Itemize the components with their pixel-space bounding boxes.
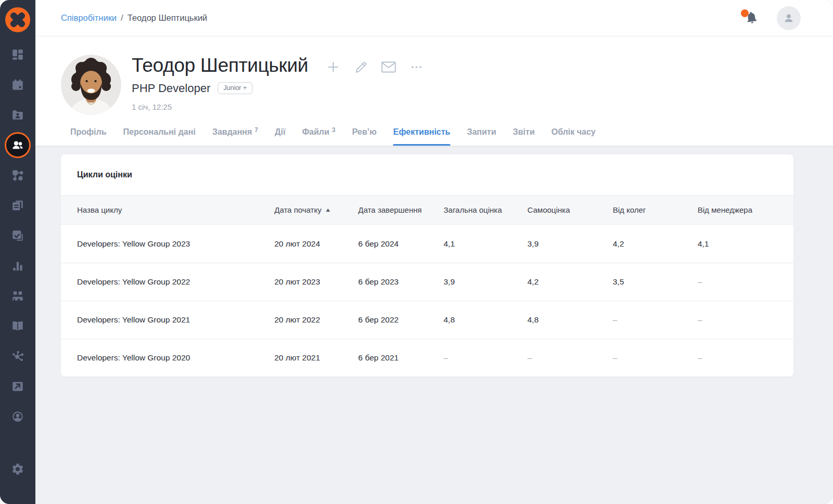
employee-photo	[61, 55, 121, 115]
sidebar-item-people-active[interactable]	[0, 130, 35, 160]
cell-self-score: –	[527, 353, 613, 363]
employees-folder-icon	[11, 108, 24, 122]
sidebar-item-account[interactable]	[0, 402, 35, 432]
sidebar-item-analytics[interactable]	[0, 251, 35, 281]
tab-files[interactable]: Файли3	[302, 123, 335, 146]
cell-start-date: 20 лют 2024	[274, 239, 358, 249]
tab-count-files: 3	[332, 126, 336, 134]
more-options-button[interactable]	[410, 60, 423, 74]
cell-manager-score: –	[698, 353, 793, 363]
table-row-cycle-2022[interactable]: Developers: Yellow Group 2022 20 лют 202…	[61, 263, 793, 301]
sidebar-item-org-structure[interactable]	[0, 281, 35, 311]
table-row-cycle-2023[interactable]: Developers: Yellow Group 2023 20 лют 202…	[61, 225, 793, 263]
main-area: Співробітники / Теодор Шептицький	[35, 0, 833, 504]
cell-overall-score: 4,8	[444, 315, 527, 325]
sidebar-item-knowledge-base[interactable]	[0, 311, 35, 341]
page-title-employee-name: Теодор Шептицький	[132, 55, 308, 77]
table-body: Developers: Yellow Group 2023 20 лют 202…	[61, 225, 793, 377]
tab-requests[interactable]: Запити	[467, 123, 496, 146]
sidebar-item-news[interactable]	[0, 190, 35, 221]
cell-peers-score: 4,2	[613, 239, 698, 249]
column-header-overall-score[interactable]: Загальна оцінка	[444, 205, 527, 214]
tasks-check-icon	[11, 229, 24, 242]
column-header-manager-score[interactable]: Від менеджера	[698, 205, 793, 214]
dashboard-icon	[11, 48, 24, 61]
tab-reports[interactable]: Звіти	[513, 123, 535, 146]
column-header-cycle-name[interactable]: Назва циклу	[77, 205, 274, 214]
card-title: Цикли оцінки	[77, 170, 132, 179]
sidebar-item-network[interactable]	[0, 341, 35, 371]
cell-manager-score: –	[698, 277, 793, 287]
user-menu-avatar[interactable]	[777, 6, 801, 30]
sidebar-item-tasks[interactable]	[0, 221, 35, 251]
cell-start-date: 20 лют 2022	[274, 315, 358, 325]
column-header-start-date-sorted[interactable]: Дата початку	[274, 205, 358, 214]
cell-cycle-name: Developers: Yellow Group 2020	[77, 353, 274, 363]
logo-x-icon	[5, 7, 30, 32]
tab-review[interactable]: Рев’ю	[352, 123, 376, 146]
tab-profile[interactable]: Профіль	[70, 123, 107, 146]
tab-tasks[interactable]: Завдання7	[212, 123, 258, 146]
job-title: PHP Developer	[132, 82, 210, 95]
tab-time-tracking[interactable]: Облік часу	[551, 123, 596, 146]
table-row-cycle-2020[interactable]: Developers: Yellow Group 2020 20 лют 202…	[61, 339, 793, 377]
people-icon	[11, 139, 24, 151]
cell-manager-score: –	[698, 315, 793, 325]
pencil-icon	[354, 60, 368, 74]
profile-header: Теодор Шептицький	[35, 36, 833, 146]
add-button[interactable]	[326, 60, 340, 74]
review-cycles-card: Цикли оцінки Назва циклу Дата початку Да…	[61, 154, 793, 377]
edit-button[interactable]	[354, 60, 368, 74]
employee-photo-image	[61, 55, 121, 115]
bar-chart-icon	[11, 259, 24, 273]
cell-end-date: 6 бер 2021	[358, 353, 444, 363]
tab-performance-active[interactable]: Ефективність	[393, 123, 450, 146]
column-header-peers-score[interactable]: Від колег	[613, 205, 698, 214]
breadcrumb-separator: /	[121, 13, 123, 23]
cell-peers-score: –	[613, 353, 698, 363]
cell-self-score: 4,8	[527, 315, 613, 325]
sort-asc-icon	[326, 209, 330, 212]
sidebar	[0, 0, 35, 504]
tab-actions[interactable]: Дії	[275, 123, 285, 146]
cell-peers-score: –	[613, 315, 698, 325]
cell-peers-score: 3,5	[613, 277, 698, 287]
cell-manager-score: 4,1	[698, 239, 793, 249]
email-button[interactable]	[381, 61, 396, 73]
org-structure-icon	[11, 289, 24, 303]
table-row-cycle-2021[interactable]: Developers: Yellow Group 2021 20 лют 202…	[61, 301, 793, 339]
profile-info: Теодор Шептицький	[132, 55, 423, 115]
app-window: Співробітники / Теодор Шептицький	[0, 0, 833, 504]
breadcrumb: Співробітники / Теодор Шептицький	[61, 13, 207, 23]
plus-icon	[326, 60, 340, 74]
topbar-actions	[743, 6, 801, 30]
column-header-end-date[interactable]: Дата завершення	[358, 205, 444, 214]
content-area: Цикли оцінки Назва циклу Дата початку Да…	[35, 146, 833, 504]
column-header-self-score[interactable]: Самооцінка	[527, 205, 613, 214]
sidebar-item-external-link[interactable]	[0, 371, 35, 402]
sidebar-item-settings[interactable]	[0, 454, 35, 484]
cell-start-date: 20 лют 2023	[274, 277, 358, 287]
tab-personal-data[interactable]: Персональні дані	[123, 123, 196, 146]
sidebar-item-calendar[interactable]	[0, 70, 35, 100]
breadcrumb-link-employees[interactable]: Співробітники	[61, 13, 117, 23]
sidebar-item-employees[interactable]	[0, 100, 35, 130]
app-logo[interactable]	[5, 0, 30, 40]
cell-start-date: 20 лют 2021	[274, 353, 358, 363]
cell-self-score: 4,2	[527, 277, 613, 287]
cell-cycle-name: Developers: Yellow Group 2023	[77, 239, 274, 249]
open-book-icon	[11, 319, 24, 333]
notifications-button[interactable]	[743, 10, 759, 26]
breadcrumb-current: Теодор Шептицький	[128, 13, 207, 23]
calendar-icon	[11, 78, 24, 92]
envelope-icon	[381, 61, 396, 73]
cell-end-date: 6 бер 2023	[358, 277, 444, 287]
external-link-icon	[11, 380, 24, 393]
news-icon	[11, 199, 24, 212]
person-circle-icon	[11, 410, 24, 423]
cell-end-date: 6 бер 2024	[358, 239, 444, 249]
sidebar-item-workflow[interactable]	[0, 160, 35, 190]
active-indicator-ring	[5, 132, 31, 158]
tab-count-tasks: 7	[255, 126, 258, 134]
sidebar-item-dashboard[interactable]	[0, 40, 35, 70]
